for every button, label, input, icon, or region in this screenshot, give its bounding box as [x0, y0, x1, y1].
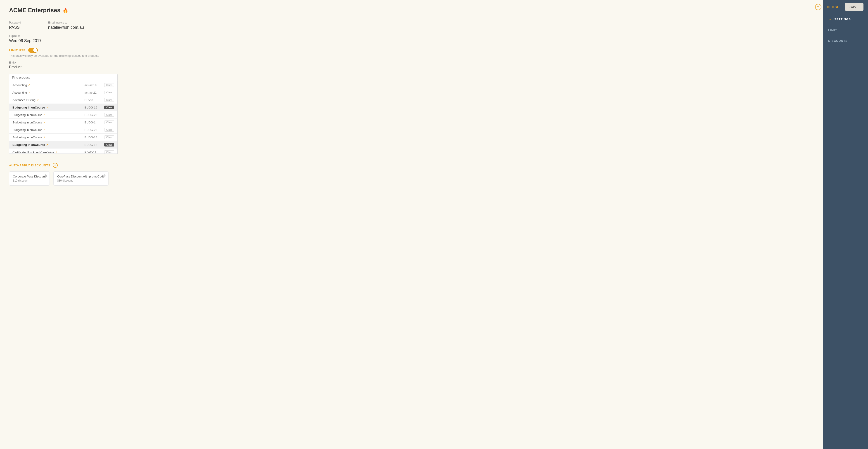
expire-label: Expire on [9, 34, 814, 37]
help-icon[interactable]: ? [815, 4, 822, 10]
flame-icon: 🔥 [63, 8, 68, 13]
sidebar-arrow-icon: → [828, 17, 832, 21]
product-tag: Class [104, 98, 114, 102]
external-link-icon: ↗ [37, 99, 39, 101]
auto-apply-header: AUTO-APPLY DISCOUNTS + [9, 163, 814, 168]
product-name: Accounting↗ [12, 84, 83, 87]
product-row[interactable]: Advanced Driving↗DRV-8Class [9, 96, 117, 104]
product-tag: Class [104, 143, 114, 147]
product-name: Budgeting in onCourse↗ [12, 113, 83, 117]
product-code: BUDG-14 [84, 136, 102, 139]
product-name: Budgeting in onCourse↗ [12, 106, 83, 109]
product-code: act-act19 [84, 84, 102, 87]
product-row[interactable]: Budgeting in onCourse↗BUDG-12Class [9, 141, 117, 149]
product-tag: Class [104, 113, 114, 117]
product-tag: Class [104, 135, 114, 139]
product-name: Certificate III in Aged Care Work↗ [12, 151, 83, 154]
external-link-icon: ↗ [28, 91, 30, 94]
product-tag: Class [104, 121, 114, 124]
page-title: ACME Enterprises [9, 7, 60, 14]
toggle-knob [33, 48, 37, 52]
product-tag: Class [104, 150, 114, 154]
external-link-icon: ↗ [43, 128, 45, 131]
discount-cards: Corporate Pass Discount$10 discount🗑Corp… [9, 171, 814, 186]
product-name: Budgeting in onCourse↗ [12, 121, 83, 124]
product-name: Budgeting in onCourse↗ [12, 128, 83, 132]
password-value: PASS [9, 25, 21, 30]
product-code: BUDG-23 [84, 128, 102, 132]
sidebar-item-discounts[interactable]: DISCOUNTS [823, 35, 868, 46]
discount-card: CorpPass Discount with promoCode$30 disc… [53, 171, 108, 186]
product-name: Advanced Driving↗ [12, 98, 83, 102]
add-discount-button[interactable]: + [53, 163, 58, 168]
limit-use-label: LIMIT USE [9, 49, 26, 52]
auto-apply-title: AUTO-APPLY DISCOUNTS [9, 164, 51, 167]
limit-use-toggle[interactable] [28, 48, 38, 53]
sidebar: →SETTINGSLIMITDISCOUNTS [823, 0, 868, 449]
product-row[interactable]: Accounting↗act-act19Class [9, 82, 117, 89]
top-bar: ? CLOSE SAVE [811, 0, 868, 14]
external-link-icon: ↗ [46, 143, 48, 146]
entity-label: Entity [9, 61, 814, 64]
external-link-icon: ↗ [43, 136, 45, 139]
email-section: Email invoice to natalie@ish.com.au [48, 21, 84, 30]
sidebar-item-settings[interactable]: →SETTINGS [823, 13, 868, 25]
product-name: Budgeting in onCourse↗ [12, 136, 83, 139]
page-title-row: ACME Enterprises 🔥 [9, 7, 814, 14]
delete-discount-icon[interactable]: 🗑 [44, 174, 47, 178]
product-list: Accounting↗act-act19ClassAccounting↗act-… [9, 82, 118, 154]
product-name: Accounting↗ [12, 91, 83, 94]
product-code: act-act21 [84, 91, 102, 94]
product-row[interactable]: Budgeting in onCourse↗BUDG-28Class [9, 111, 117, 119]
sidebar-item-label: LIMIT [828, 29, 837, 32]
delete-discount-icon[interactable]: 🗑 [103, 174, 106, 178]
close-button[interactable]: CLOSE [825, 4, 841, 10]
password-email-row: Password PASS Email invoice to natalie@i… [9, 21, 814, 34]
sidebar-item-limit[interactable]: LIMIT [823, 25, 868, 35]
discount-amount: $30 discount [57, 179, 105, 182]
external-link-icon: ↗ [46, 106, 48, 109]
product-tag: Class [104, 83, 114, 87]
email-label: Email invoice to [48, 21, 84, 24]
product-tag: Class [104, 91, 114, 94]
product-row[interactable]: Certificate III in Aged Care Work↗PFAE-1… [9, 149, 117, 154]
external-link-icon: ↗ [55, 151, 57, 154]
password-label: Password [9, 21, 21, 24]
product-code: BUDG-28 [84, 113, 102, 117]
entity-section: Entity Product [9, 61, 814, 69]
product-code: BUDG-1 [84, 121, 102, 124]
product-code: BUDG-15 [84, 106, 102, 109]
product-row[interactable]: Accounting↗act-act21Class [9, 89, 117, 96]
sidebar-item-label: DISCOUNTS [828, 39, 848, 42]
sidebar-item-label: SETTINGS [834, 18, 851, 21]
expire-value: Wed 06 Sep 2017 [9, 38, 814, 43]
email-value: natalie@ish.com.au [48, 25, 84, 30]
product-row[interactable]: Budgeting in onCourse↗BUDG-15Class [9, 104, 117, 111]
product-row[interactable]: Budgeting in onCourse↗BUDG-23Class [9, 126, 117, 134]
discount-card: Corporate Pass Discount$10 discount🗑 [9, 171, 50, 186]
product-code: DRV-8 [84, 98, 102, 102]
product-code: BUDG-12 [84, 143, 102, 147]
external-link-icon: ↗ [28, 84, 30, 87]
external-link-icon: ↗ [43, 114, 45, 117]
product-name: Budgeting in onCourse↗ [12, 143, 83, 147]
product-tag: Class [104, 128, 114, 132]
limit-use-row: LIMIT USE [9, 48, 814, 53]
password-section: Password PASS [9, 21, 21, 30]
limit-description: This pass will only be available for the… [9, 54, 814, 57]
discount-card-title: Corporate Pass Discount [13, 175, 46, 178]
entity-value: Product [9, 65, 814, 69]
main-content: ACME Enterprises 🔥 Password PASS Email i… [0, 0, 823, 449]
discount-card-title: CorpPass Discount with promoCode [57, 175, 105, 178]
discount-amount: $10 discount [13, 179, 46, 182]
save-button[interactable]: SAVE [845, 3, 864, 11]
auto-apply-section: AUTO-APPLY DISCOUNTS + Corporate Pass Di… [9, 163, 814, 186]
external-link-icon: ↗ [43, 121, 45, 124]
product-row[interactable]: Budgeting in onCourse↗BUDG-14Class [9, 134, 117, 141]
product-code: PFAE-11 [84, 151, 102, 154]
find-product-input[interactable] [9, 74, 118, 82]
product-tag: Class [104, 105, 114, 109]
expire-section: Expire on Wed 06 Sep 2017 [9, 34, 814, 43]
product-row[interactable]: Budgeting in onCourse↗BUDG-1Class [9, 119, 117, 126]
